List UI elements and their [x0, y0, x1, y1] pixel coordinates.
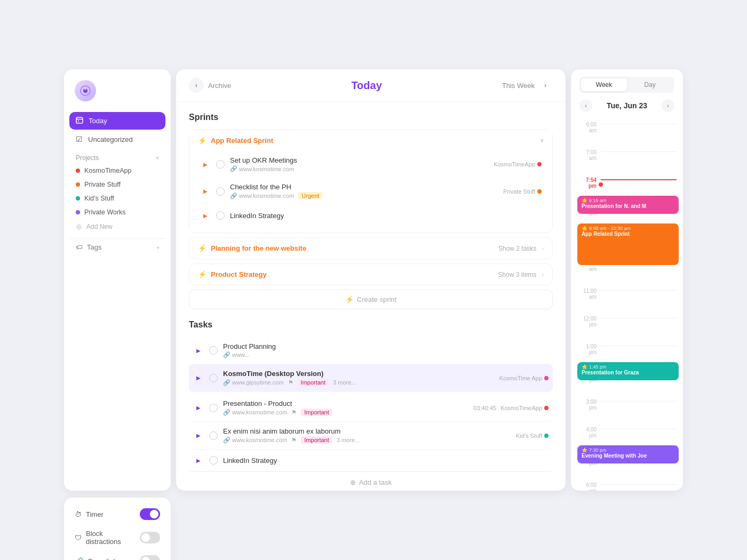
task-extra: 3 more...: [333, 379, 356, 386]
next-arrow[interactable]: ›: [538, 78, 553, 93]
svg-rect-3: [76, 117, 83, 123]
prev-arrow[interactable]: ‹: [189, 78, 204, 93]
current-time-label: 7:54 pm: [577, 176, 597, 189]
main-body: Sprints ⚡ App Related Sprint ▾ ▶: [176, 102, 566, 491]
task-link: 🔗 www.kosmotime.com: [223, 409, 287, 416]
block-icon: 🛡: [75, 534, 82, 542]
add-new-project[interactable]: ⊕ Add New: [69, 219, 165, 234]
task-checkbox[interactable]: [209, 374, 218, 382]
event-presentation-graza[interactable]: ⭐1:45 pm Presentation for Graza: [577, 362, 679, 380]
sprint-chevron[interactable]: ‹: [542, 271, 544, 278]
task-play-btn[interactable]: ▶: [193, 430, 204, 441]
sprint-icon: ⚡: [198, 270, 206, 278]
task-checkbox[interactable]: [209, 431, 218, 440]
sprint-planning: ⚡ Planning for the new website Show 2 ta…: [189, 237, 553, 259]
sidebar-item-uncategorized[interactable]: ☑ Uncategorized: [69, 131, 165, 148]
svg-point-2: [84, 88, 86, 90]
task-play-btn[interactable]: ▶: [200, 186, 211, 197]
today-icon: [76, 116, 83, 125]
links-toggle[interactable]: [140, 555, 160, 560]
table-row: ▶ Presentation - Product 🔗 www.kosmotime…: [189, 394, 553, 422]
badge-icon: ⚑: [291, 437, 297, 444]
task-link: 🔗 www.kosmotime.com: [230, 193, 294, 199]
tags-arrow: ◂: [156, 244, 159, 250]
task-play-btn[interactable]: ▶: [193, 455, 204, 466]
task-play-btn[interactable]: ▶: [193, 373, 204, 383]
add-icon: ⊕: [76, 222, 82, 231]
current-time-dot: [599, 182, 603, 187]
tab-day[interactable]: Day: [627, 78, 673, 91]
calendar-header: Week Day ‹ Tue, Jun 23 ›: [571, 69, 683, 118]
time-slot-12pm: 12:00 pm: [571, 313, 683, 340]
event-presentation-nm[interactable]: ⭐8:15 am Presentation for N. and M: [577, 196, 679, 214]
time-slot-11am: 11:00 am: [571, 285, 683, 313]
add-task-btn[interactable]: ⊕ Add a task: [189, 471, 553, 491]
this-week[interactable]: This Week ›: [502, 78, 553, 93]
tasks-title: Tasks: [189, 320, 553, 330]
task-checkbox[interactable]: [216, 160, 225, 169]
project-dot: [76, 210, 80, 214]
task-checkbox[interactable]: [216, 211, 225, 220]
tab-week[interactable]: Week: [581, 78, 627, 91]
uncategorized-icon: ☑: [76, 135, 83, 143]
project-kosmotime[interactable]: KosmoTimeApp: [69, 164, 165, 178]
sidebar-item-today[interactable]: Today: [69, 112, 165, 130]
block-toggle[interactable]: [140, 532, 160, 543]
bottom-panel: ⏱ Timer 🛡 Block distractions 🔗 Open link…: [64, 498, 171, 560]
calendar-tabs: Week Day: [579, 77, 674, 93]
task-checkbox[interactable]: [209, 346, 218, 355]
sprint-icon: ⚡: [198, 244, 206, 252]
cal-date: Tue, Jun 23: [607, 101, 647, 110]
uncategorized-label: Uncategorized: [88, 135, 133, 143]
task-link: 🔗 www.gipsytime.com: [223, 379, 284, 386]
badge-icon: ⚑: [288, 379, 293, 386]
logo: [64, 80, 171, 112]
task-play-btn[interactable]: ▶: [200, 159, 211, 170]
sprint-chevron[interactable]: ‹: [542, 245, 544, 252]
time-slot-6pm: 6:00 pm: [571, 479, 683, 491]
task-time: 03:40:45: [473, 405, 496, 411]
task-checkbox[interactable]: [209, 404, 218, 412]
archive-label[interactable]: Archive: [208, 82, 231, 90]
table-row: ▶ Checklist for the PH 🔗 www.kosmotime.c…: [196, 178, 546, 205]
project-private-stuff[interactable]: Private Stuff: [69, 178, 165, 191]
add-task-icon: ⊕: [350, 478, 356, 486]
task-play-btn[interactable]: ▶: [193, 403, 204, 413]
task-checkbox[interactable]: [216, 187, 225, 196]
create-sprint-btn[interactable]: ⚡ Create sprint: [189, 290, 553, 309]
calendar-nav: ‹ Tue, Jun 23 ›: [579, 99, 674, 112]
timer-toggle[interactable]: [140, 508, 160, 520]
block-distractions-row: 🛡 Block distractions: [75, 530, 160, 546]
main-header: ‹ Archive Today This Week ›: [176, 69, 566, 102]
table-row: ▶ LinkedIn Strategy: [196, 205, 546, 226]
project-kids-stuff[interactable]: Kid's Stuff: [69, 191, 165, 205]
event-app-related-sprint[interactable]: ⭐9:00 am - 10:30 am App Related Sprint: [577, 223, 679, 265]
task-project: Private Stuff: [503, 188, 542, 195]
project-private-works[interactable]: Private Works: [69, 205, 165, 219]
tags-section[interactable]: 🏷 Tags ◂: [69, 238, 165, 255]
calendar-panel: Week Day ‹ Tue, Jun 23 › 6:00 am 7:00 am…: [571, 69, 683, 491]
open-links-row: 🔗 Open links: [75, 555, 160, 560]
sidebar-nav: Today ☑ Uncategorized Projects ▾ KosmoTi…: [64, 112, 171, 491]
calendar-body: 6:00 am 7:00 am 7:54 pm 8:00 am 9:00 am: [571, 118, 683, 491]
task-checkbox[interactable]: [209, 456, 218, 465]
links-icon: 🔗: [75, 557, 83, 561]
sprint-chevron[interactable]: ▾: [541, 137, 544, 144]
task-badge: Urgent: [298, 192, 322, 199]
today-label: Today: [89, 117, 107, 125]
cal-next[interactable]: ›: [662, 99, 674, 112]
task-play-btn[interactable]: ▶: [200, 210, 211, 221]
create-sprint-icon: ⚡: [345, 295, 354, 303]
page-title: Today: [351, 79, 382, 92]
task-extra: 3 more...: [337, 437, 360, 443]
time-slot-6am: 6:00 am: [571, 118, 683, 146]
projects-section: Projects ▾: [69, 149, 165, 164]
projects-chevron[interactable]: ▾: [156, 155, 159, 162]
task-project: Kid's Stuff: [516, 433, 549, 439]
task-link: 🔗 www.kosmotime.com: [230, 165, 294, 172]
sprints-title: Sprints: [189, 113, 553, 122]
sprint-app-related: ⚡ App Related Sprint ▾ ▶ Set up OKR Meet…: [189, 130, 553, 233]
cal-prev[interactable]: ‹: [579, 99, 592, 112]
task-play-btn[interactable]: ▶: [193, 345, 204, 356]
event-evening-meeting[interactable]: ⭐7:30 pm Evening Meeting with Joe: [577, 445, 679, 463]
